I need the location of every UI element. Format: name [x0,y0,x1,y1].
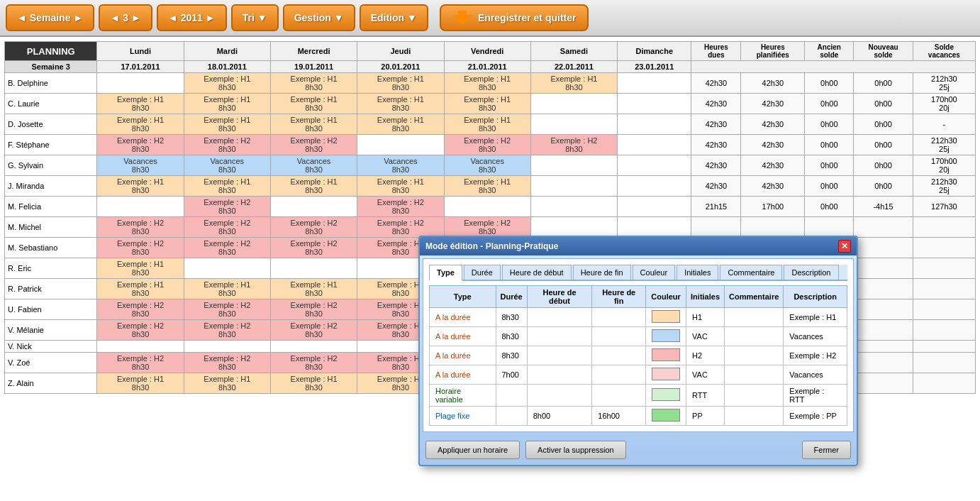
tab-commentaire[interactable]: Commentaire [720,265,782,280]
list-item[interactable]: A la durée 8h30 H1 Exemple : H1 [430,308,847,327]
employee-name[interactable]: J. Miranda [5,176,97,197]
schedule-cell[interactable]: Exemple : H18h30 [97,258,184,279]
schedule-cell[interactable] [618,217,691,238]
schedule-cell[interactable]: Vacances8h30 [357,155,444,176]
schedule-cell[interactable] [270,197,357,217]
schedule-cell[interactable]: Exemple : H28h30 [270,353,357,373]
schedule-cell[interactable]: Exemple : H18h30 [184,73,270,94]
schedule-cell[interactable]: Exemple : H18h30 [184,114,270,135]
schedule-cell[interactable]: Exemple : H28h30 [444,135,530,155]
schedule-cell[interactable]: Exemple : H18h30 [270,94,357,114]
employee-name[interactable]: M. Michel [5,217,97,238]
tri-button[interactable]: Tri ▼ [231,4,279,31]
schedule-cell[interactable]: Exemple : H18h30 [270,114,357,135]
schedule-cell[interactable]: Exemple : H18h30 [97,114,184,135]
schedule-cell[interactable] [97,341,184,353]
schedule-cell[interactable] [444,197,530,217]
schedule-cell[interactable]: Exemple : H28h30 [357,197,444,217]
employee-name[interactable]: V. Nick [5,341,97,353]
schedule-cell[interactable]: Exemple : H18h30 [270,176,357,197]
year-button[interactable]: ◄ 2011 ► [157,4,227,31]
schedule-cell[interactable] [530,217,617,238]
schedule-cell[interactable]: Exemple : H28h30 [184,353,270,373]
schedule-cell[interactable]: Exemple : H18h30 [530,73,617,94]
employee-name[interactable]: V. Mélanie [5,320,97,341]
employee-name[interactable]: F. Stéphane [5,135,97,155]
schedule-cell[interactable]: Exemple : H28h30 [184,299,270,320]
schedule-cell[interactable]: Vacances8h30 [184,155,270,176]
schedule-cell[interactable]: Exemple : H18h30 [357,94,444,114]
employee-name[interactable]: U. Fabien [5,299,97,320]
list-item[interactable]: Horaire variable RTT Exemple : RTT [430,385,847,407]
employee-name[interactable]: M. Felicia [5,197,97,217]
schedule-cell[interactable]: Exemple : H28h30 [270,299,357,320]
tab-type[interactable]: Type [429,265,462,281]
schedule-cell[interactable]: Exemple : H18h30 [184,279,270,299]
schedule-cell[interactable]: Vacances8h30 [270,155,357,176]
schedule-cell[interactable]: Exemple : H28h30 [530,135,617,155]
schedule-cell[interactable]: Exemple : H28h30 [444,217,530,238]
employee-name[interactable]: G. Sylvain [5,155,97,176]
schedule-cell[interactable]: Exemple : H18h30 [97,94,184,114]
schedule-cell[interactable] [618,197,691,217]
schedule-cell[interactable] [618,176,691,197]
schedule-cell[interactable]: Exemple : H18h30 [357,176,444,197]
tab-heure-fin[interactable]: Heure de fin [573,265,631,280]
schedule-cell[interactable]: Exemple : H28h30 [97,353,184,373]
schedule-cell[interactable]: Exemple : H28h30 [97,320,184,341]
schedule-cell[interactable] [618,135,691,155]
employee-name[interactable]: C. Laurie [5,94,97,114]
list-item[interactable]: A la durée 8h30 H2 Exemple : H2 [430,346,847,365]
schedule-cell[interactable]: Exemple : H18h30 [357,73,444,94]
schedule-cell[interactable]: Exemple : H18h30 [270,279,357,299]
schedule-cell[interactable] [618,114,691,135]
tab-duree[interactable]: Durée [464,265,501,280]
schedule-cell[interactable]: Exemple : H18h30 [444,114,530,135]
save-quit-button[interactable]: Enregistrer et quitter [440,4,589,31]
schedule-cell[interactable]: Vacances8h30 [444,155,530,176]
tab-heure-debut[interactable]: Heure de début [502,265,572,280]
schedule-cell[interactable]: Exemple : H28h30 [270,135,357,155]
schedule-cell[interactable]: Exemple : H28h30 [97,135,184,155]
employee-name[interactable]: Z. Alain [5,373,97,394]
schedule-cell[interactable] [530,176,617,197]
schedule-cell[interactable]: Exemple : H28h30 [184,320,270,341]
schedule-cell[interactable] [618,73,691,94]
schedule-cell[interactable]: Exemple : H28h30 [270,320,357,341]
schedule-cell[interactable] [530,197,617,217]
activate-suppression-button[interactable]: Activer la suppression [525,441,626,459]
schedule-cell[interactable] [270,258,357,279]
schedule-cell[interactable] [530,155,617,176]
schedule-cell[interactable]: Exemple : H28h30 [97,238,184,258]
schedule-cell[interactable] [184,258,270,279]
schedule-cell[interactable]: Exemple : H18h30 [444,94,530,114]
list-item[interactable]: Plage fixe 8h00 16h00 PP Exemple : PP [430,407,847,426]
apply-schedule-button[interactable]: Appliquer un horaire [425,441,520,459]
schedule-cell[interactable]: Exemple : H18h30 [270,73,357,94]
list-item[interactable]: A la durée 7h00 VAC Vacances [430,365,847,385]
schedule-cell[interactable] [357,135,444,155]
schedule-cell[interactable]: Exemple : H18h30 [444,176,530,197]
employee-name[interactable]: R. Patrick [5,279,97,299]
schedule-cell[interactable] [530,94,617,114]
employee-name[interactable]: B. Delphine [5,73,97,94]
schedule-cell[interactable]: Exemple : H18h30 [184,373,270,394]
employee-name[interactable]: V. Zoé [5,353,97,373]
schedule-cell[interactable]: Exemple : H28h30 [270,217,357,238]
schedule-cell[interactable]: Exemple : H18h30 [97,373,184,394]
employee-name[interactable]: D. Josette [5,114,97,135]
schedule-cell[interactable]: Exemple : H18h30 [97,279,184,299]
tab-couleur[interactable]: Couleur [633,265,676,280]
schedule-cell[interactable] [618,155,691,176]
semaine-button[interactable]: ◄ Semaine ► [6,4,94,31]
schedule-cell[interactable] [97,73,184,94]
schedule-cell[interactable]: Exemple : H28h30 [97,299,184,320]
schedule-cell[interactable]: Exemple : H18h30 [357,114,444,135]
edition-button[interactable]: Edition ▼ [360,4,428,31]
schedule-cell[interactable]: Exemple : H28h30 [357,217,444,238]
employee-name[interactable]: R. Eric [5,258,97,279]
schedule-cell[interactable]: Exemple : H28h30 [184,238,270,258]
schedule-cell[interactable] [530,114,617,135]
schedule-cell[interactable]: Exemple : H18h30 [444,73,530,94]
schedule-cell[interactable] [184,341,270,353]
